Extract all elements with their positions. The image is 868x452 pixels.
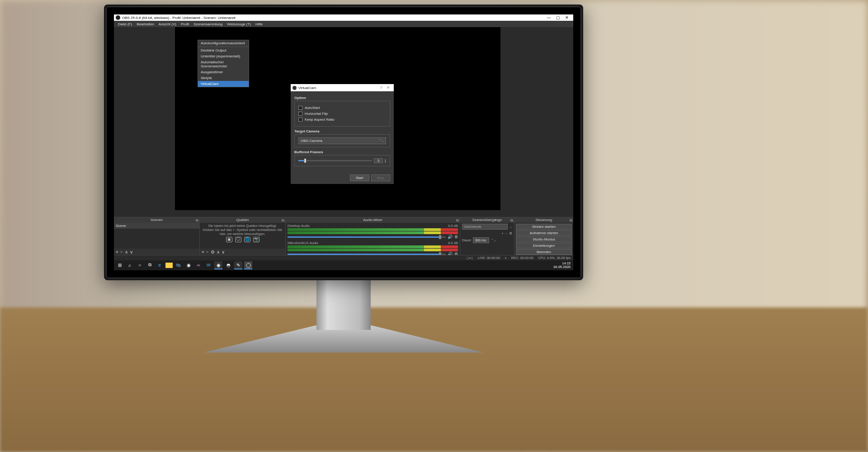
dialog-title-text: VirtualCam [298, 86, 316, 90]
scene-remove-button[interactable]: − [120, 250, 123, 254]
buffered-frames-slider[interactable] [298, 160, 372, 161]
dropdown-item-subtitles[interactable]: Untertitel (experimentell) [198, 53, 249, 59]
mixer-ch1-slider[interactable] [288, 236, 446, 238]
monitor: OBS 25.0.8 (64-bit, windows) - Profil: U… [104, 5, 583, 280]
taskbar-clock[interactable]: 14:15 04.05.2020 [553, 262, 571, 269]
mail-icon[interactable]: ✉ [204, 261, 212, 269]
keepaspect-checkbox[interactable] [298, 118, 302, 122]
keepaspect-label: Keep Aspect Ratio [305, 118, 335, 122]
studio-mode-button[interactable]: Studio-Modus [516, 236, 572, 242]
hflip-label: Horizontal Flip [305, 112, 328, 116]
start-button[interactable]: ⊞ [116, 261, 124, 269]
image-source-icon: ▣ [226, 237, 232, 242]
buffered-frames-label: Buffered Frames [294, 150, 390, 154]
transition-add-button[interactable]: + [501, 231, 503, 235]
option-group-label: Option [294, 96, 390, 100]
search-icon[interactable]: ⌕ [126, 261, 134, 269]
rec-indicator-icon: ((●)) [467, 256, 473, 260]
transitions-panel-title: Szenenübergänge [472, 218, 502, 222]
menu-profile[interactable]: Profil [179, 22, 191, 26]
chrome2-icon[interactable]: ◉ [214, 261, 222, 269]
source-remove-button[interactable]: − [206, 250, 209, 254]
edge-icon[interactable]: e [156, 261, 164, 269]
status-bar: ((●)) LIVE: 00:00:00 ● REC: 00:00:00 CPU… [114, 255, 573, 260]
gear-icon[interactable]: ⚙ [454, 252, 458, 255]
source-up-button[interactable]: ∧ [217, 250, 220, 254]
cortana-icon[interactable]: ○ [136, 261, 144, 269]
window-minimize-button[interactable]: — [544, 15, 553, 20]
window-titlebar: OBS 25.0.8 (64-bit, windows) - Profil: U… [114, 14, 573, 21]
scene-up-button[interactable]: ∧ [125, 250, 128, 254]
menu-scenes[interactable]: Szenensammlung [191, 22, 225, 26]
mixer-ch2-meter [288, 245, 458, 248]
settings-button[interactable]: Einstellungen [516, 243, 572, 249]
mixer-ch2-name: Mikrofon/AUX-Audio [288, 241, 318, 245]
chrome-icon[interactable]: ◉ [184, 261, 193, 269]
status-cpu: CPU: 0.6%, 30.00 fps [538, 256, 571, 260]
scene-add-button[interactable]: + [116, 250, 118, 254]
window-close-button[interactable]: ✕ [562, 15, 571, 20]
gear-icon[interactable]: ⚙ [454, 235, 458, 239]
app-icon[interactable]: ◓ [224, 261, 232, 269]
dialog-help-button[interactable]: ? [377, 85, 385, 90]
obs-window: OBS 25.0.8 (64-bit, windows) - Profil: U… [114, 14, 573, 270]
transition-duration-input[interactable]: 300 ms [473, 237, 489, 243]
dropdown-item-autoconfig[interactable]: Autokonfigurationsassistent [198, 40, 249, 46]
speaker-icon[interactable]: 🔊 [448, 235, 453, 239]
mixer-ch2-slider[interactable] [288, 254, 446, 255]
obs-taskbar-icon[interactable]: ◯ [244, 261, 252, 269]
obs-app-icon [116, 15, 120, 20]
target-camera-select[interactable]: OBS-Camera ⌃⌄ [298, 137, 386, 144]
dialog-close-button[interactable]: ✕ [385, 85, 392, 90]
scenes-panel: Szenen ⧉ Szene + − ∧ ∨ [114, 217, 200, 255]
autostart-label: AutoStart [305, 106, 320, 110]
dropdown-item-outputtimer[interactable]: Ausgabetimer [198, 69, 249, 75]
mixer-ch1-meter [288, 231, 458, 234]
source-add-button[interactable]: + [202, 250, 204, 254]
sources-panel-title: Quellen [236, 218, 249, 222]
transition-remove-button[interactable]: − [505, 231, 507, 235]
autostart-checkbox[interactable] [298, 106, 302, 110]
mixer-ch2-meter [288, 249, 458, 251]
dropdown-item-scripts[interactable]: Skripte [198, 75, 249, 81]
speaker-icon[interactable]: 🔊 [448, 252, 453, 255]
chevron-updown-icon: ⌃⌄ [491, 239, 496, 242]
vs-icon[interactable]: ∞ [194, 261, 203, 269]
transition-mode-select[interactable]: Überblende [462, 224, 508, 230]
buffered-frames-spinner[interactable]: ▴▾ [385, 159, 386, 163]
menu-tools[interactable]: Werkzeuge (T) [225, 22, 253, 26]
transitions-panel: Szenenübergänge ⧉ Überblende ⌄ + [460, 217, 514, 255]
virtualcam-dialog: VirtualCam ? ✕ Option AutoStart [290, 84, 394, 184]
menu-view[interactable]: Ansicht (V) [156, 22, 179, 26]
window-maximize-button[interactable]: ▢ [553, 15, 562, 20]
start-stream-button[interactable]: Stream starten [516, 224, 572, 230]
dropdown-item-decklink[interactable]: Decklink Output [198, 47, 249, 53]
start-button[interactable]: Start [350, 174, 369, 181]
dropdown-item-sceneswitcher[interactable]: Automatischer Szenenwechsler [198, 59, 249, 69]
start-record-button[interactable]: Aufnahme starten [516, 230, 572, 236]
stop-button[interactable]: Stop [371, 174, 390, 181]
menu-edit[interactable]: Bearbeiten [134, 22, 156, 26]
hflip-checkbox[interactable] [298, 112, 302, 116]
source-down-button[interactable]: ∨ [222, 250, 225, 254]
source-gear-button[interactable]: ⚙ [211, 250, 215, 254]
dropdown-item-virtualcam[interactable]: VirtualCam [198, 81, 249, 87]
transition-duration-label: Dauer [462, 238, 471, 242]
target-camera-label: Target Camera [294, 129, 390, 133]
menu-help[interactable]: Hilfe [253, 22, 265, 26]
controls-panel: Steuerung ⧉ Stream starten Aufnahme star… [514, 217, 573, 255]
exit-button[interactable]: Beenden [516, 249, 572, 255]
scenes-panel-title: Szenen [151, 218, 163, 222]
taskview-icon[interactable]: ⧉ [146, 261, 154, 269]
scene-item[interactable]: Szene [114, 223, 199, 229]
mixer-ch2-level: 0.0 dB [448, 241, 458, 245]
status-live: LIVE: 00:00:00 [478, 256, 500, 260]
app2-icon[interactable]: ✎ [234, 261, 242, 269]
buffered-frames-value[interactable]: 3 [374, 158, 383, 163]
gear-icon[interactable]: ⚙ [509, 231, 512, 235]
preview-area: Autokonfigurationsassistent Decklink Out… [114, 27, 573, 217]
store-icon[interactable]: 🛍 [175, 261, 183, 269]
scene-down-button[interactable]: ∨ [130, 250, 133, 254]
menu-file[interactable]: Datei (F) [116, 22, 134, 26]
explorer-icon[interactable] [165, 263, 173, 268]
